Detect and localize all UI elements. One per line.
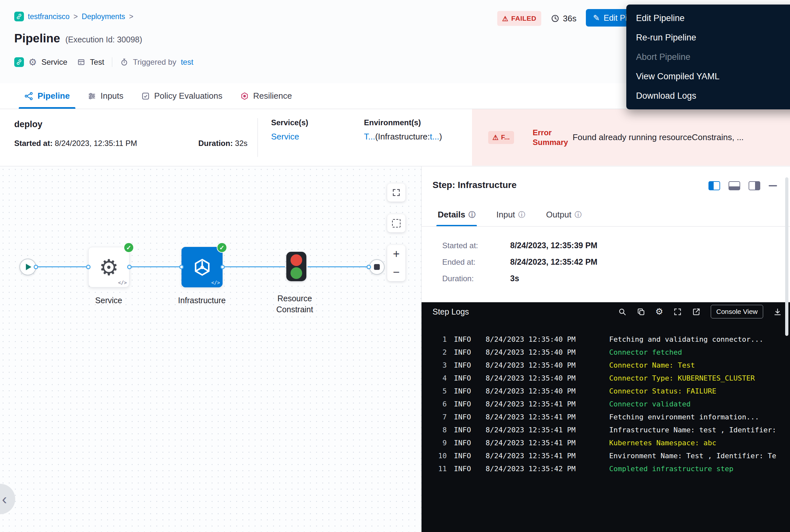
triggered-by-label: Triggered by [133,58,176,66]
stage-divider [257,118,258,157]
tab-pipeline[interactable]: Pipeline [16,83,79,109]
tab-input[interactable]: Input ⓘ [496,210,525,226]
services-label: Service(s) [271,118,308,127]
tab-resilience-label: Resilience [253,91,292,101]
environment-link[interactable]: T... [364,132,375,141]
menu-item-view-compiled-yaml[interactable]: View Compiled YAML [626,66,790,86]
external-link-icon[interactable] [692,307,701,316]
triggered-by-user[interactable]: test [181,58,193,66]
expand-icon[interactable] [673,307,682,316]
step-details-panel: Step: Infrastructure Details ⓘ Input ⓘ O… [421,166,790,532]
infrastructure-link[interactable]: t... [430,132,439,141]
minimize-icon[interactable] [769,185,777,186]
tab-output[interactable]: Output ⓘ [546,210,582,226]
success-check-icon: ✓ [123,242,134,253]
copy-icon[interactable] [637,307,646,316]
pipeline-icon [24,92,33,101]
resource-constraint-node[interactable] [286,252,306,281]
module-link-icon [14,12,24,21]
edge-connector-dot [34,265,38,269]
breadcrumb-deployments-link[interactable]: Deployments [82,12,125,21]
edge-connector-dot [179,265,184,269]
clock-icon [551,14,560,23]
log-line: 3INFO8/24/2023 12:35:40 PMConnector Name… [422,359,790,372]
pipeline-graph-canvas[interactable]: ⚙ ✓ </> Service ✓ </> Infrastructure Res… [0,166,421,532]
menu-item-rerun-pipeline[interactable]: Re-run Pipeline [626,28,790,47]
log-line: 5INFO8/24/2023 12:35:40 PMConnector Stat… [422,384,790,397]
tab-resilience[interactable]: Resilience [231,83,301,109]
stopwatch-icon [120,58,129,66]
info-icon[interactable]: ⓘ [575,211,582,218]
zoom-in-button[interactable]: + [387,245,405,263]
service-module-icon [14,57,24,67]
tab-output-label: Output [546,210,571,220]
duration-label: Duration: [198,139,233,148]
tab-details[interactable]: Details ⓘ [438,210,476,226]
breadcrumb: testfrancisco > Deployments > [14,12,133,21]
edge-connector-dot [127,265,132,269]
console-view-button[interactable]: Console View [711,305,763,319]
canvas-fullscreen-button[interactable] [387,184,405,202]
infrastructure-icon [192,256,213,278]
service-link[interactable]: Service [271,132,299,141]
graph-edge [38,266,86,267]
step-panel-tabs: Details ⓘ Input ⓘ Output ⓘ [422,199,790,227]
edge-connector-dot [86,265,91,269]
zoom-out-button[interactable]: − [387,263,405,281]
tab-policy-evaluations[interactable]: Policy Evaluations [132,83,231,109]
error-summary-label: Error Summary [533,128,568,147]
panel-collapse-handle[interactable]: ‹ [0,484,15,514]
info-icon[interactable]: ⓘ [468,211,476,218]
traffic-light-green [290,267,302,279]
log-line: 4INFO8/24/2023 12:35:40 PMConnector Type… [422,372,790,384]
stage-name[interactable]: deploy [14,119,42,130]
scrollbar-thumb[interactable] [785,177,788,336]
settings-gear-icon[interactable]: ⚙ [655,307,663,316]
log-line: 9INFO8/24/2023 12:35:41 PMKubernetes Nam… [422,436,790,449]
info-icon[interactable]: ⓘ [518,211,525,218]
elapsed-label: 36s [563,14,577,24]
marquee-icon [392,219,401,228]
service-name[interactable]: Service [41,58,67,66]
layout-right-icon[interactable] [749,181,760,190]
graph-edge [225,266,285,267]
environment-icon [77,58,85,66]
execution-meta-row: ⚙ Service Test Triggered by test [14,54,193,70]
console-title: Step Logs [432,307,469,317]
tab-policy-evaluations-label: Policy Evaluations [154,91,223,101]
error-summary-zone: ⚠ F... Error Summary Found already runni… [472,109,790,166]
menu-item-download-logs[interactable]: Download Logs [626,86,790,106]
resource-constraint-label: Resource Constraint [262,293,327,315]
log-line: 7INFO8/24/2023 12:35:41 PMFetching envir… [422,410,790,423]
breadcrumb-project-link[interactable]: testfrancisco [28,12,70,21]
environments-label: Environment(s) [364,118,442,127]
warning-icon: ⚠ [502,15,508,22]
field-started-at: Started at: 8/24/2023, 12:35:39 PM [442,241,598,250]
field-ended-at: Ended at: 8/24/2023, 12:35:42 PM [442,257,598,267]
log-line: 2INFO8/24/2023 12:35:40 PMConnector fetc… [422,346,790,359]
status-badge: ⚠ FAILED [497,11,541,26]
field-duration: Duration: 3s [442,274,598,283]
infrastructure-step-node[interactable]: ✓ </> [181,247,223,287]
menu-item-edit-pipeline[interactable]: Edit Pipeline [626,8,790,28]
search-icon[interactable] [618,307,627,316]
stage-started-at: Started at: 8/24/2023, 12:35:11 PM [14,139,137,148]
duration-value: 32s [235,139,248,148]
service-step-label: Service [76,295,141,306]
zoom-controls: + − [387,245,405,281]
download-icon[interactable] [773,307,782,316]
service-step-node[interactable]: ⚙ ✓ </> [88,247,129,287]
tab-details-label: Details [438,210,465,220]
canvas-select-button[interactable] [387,214,405,232]
meta-divider [112,57,112,67]
status-badge-label: FAILED [511,15,536,22]
services-block: Service(s) Service [271,118,308,142]
resilience-icon [240,92,249,101]
error-summary-message: Found already running resourceConstrains… [573,132,790,142]
tab-inputs[interactable]: Inputs [79,83,132,109]
test-name[interactable]: Test [90,58,104,66]
layout-split-icon[interactable] [709,181,720,190]
context-menu: Edit Pipeline Re-run Pipeline Abort Pipe… [626,4,790,109]
stage-duration: Duration: 32s [198,139,248,148]
layout-bottom-icon[interactable] [729,181,740,190]
